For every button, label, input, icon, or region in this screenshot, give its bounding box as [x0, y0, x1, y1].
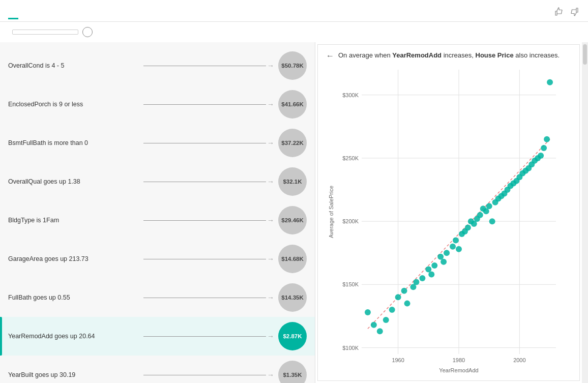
- svg-point-47: [489, 218, 495, 224]
- svg-point-65: [544, 136, 550, 142]
- influencer-line: →: [143, 216, 275, 224]
- value-bubble: $37.22K: [278, 129, 307, 157]
- svg-point-18: [371, 322, 377, 328]
- influencer-line: →: [143, 139, 275, 147]
- svg-point-17: [365, 309, 371, 315]
- value-bubble: $29.46K: [278, 206, 307, 234]
- value-bubble: $2.87K: [278, 322, 307, 350]
- svg-point-41: [471, 221, 477, 227]
- svg-point-31: [437, 254, 444, 260]
- influencer-item[interactable]: FullBath goes up 0.55→$14.35K: [0, 278, 315, 317]
- svg-text:$200K: $200K: [342, 218, 359, 224]
- svg-text:$100K: $100K: [342, 345, 359, 351]
- influencer-label: YearRemodAdd goes up 20.64: [8, 333, 139, 340]
- tab-key-influencers[interactable]: [8, 9, 18, 19]
- influencer-label: OverallCond is 4 - 5: [8, 62, 139, 69]
- chart-description: On average when YearRemodAdd increases, …: [338, 51, 560, 60]
- influencer-item[interactable]: YearBuilt goes up 30.19→$1.35K: [0, 356, 315, 383]
- svg-point-28: [425, 267, 431, 273]
- influencer-line: →: [143, 62, 275, 70]
- influencers-list: OverallCond is 4 - 5→$50.78KEnclosedPorc…: [0, 42, 315, 383]
- influencer-label: BldgType is 1Fam: [8, 217, 139, 224]
- svg-point-32: [440, 259, 447, 265]
- influencer-label: GarageArea goes up 213.73: [8, 255, 139, 262]
- influencer-item[interactable]: OverallQual goes up 1.38→$32.1K: [0, 162, 315, 201]
- svg-point-20: [383, 317, 389, 323]
- influencer-line: →: [143, 371, 275, 379]
- value-bubble: $14.68K: [278, 245, 307, 273]
- influencer-line: →: [143, 255, 275, 263]
- svg-point-29: [428, 271, 434, 277]
- influencer-item[interactable]: BldgType is 1Fam→$29.46K: [0, 201, 315, 240]
- thumbs-up-icon[interactable]: [553, 6, 565, 17]
- svg-text:$300K: $300K: [342, 92, 359, 98]
- influencer-item[interactable]: GarageArea goes up 213.73→$14.68K: [0, 240, 315, 278]
- help-icon[interactable]: [82, 27, 93, 37]
- influencer-item[interactable]: OverallCond is 4 - 5→$50.78K: [0, 46, 315, 85]
- svg-point-21: [389, 307, 395, 313]
- scrollbar[interactable]: [582, 42, 588, 383]
- svg-point-63: [538, 153, 544, 159]
- svg-text:$250K: $250K: [342, 155, 359, 161]
- scrollbar-thumb[interactable]: [583, 44, 587, 65]
- value-bubble: $14.35K: [278, 283, 307, 312]
- scatter-chart: $100K$150K$200K$250K$300K196019802000Ave…: [326, 65, 571, 376]
- influencer-label: FullBath goes up 0.55: [8, 294, 139, 301]
- svg-text:YearRemodAdd: YearRemodAdd: [439, 367, 478, 373]
- svg-point-23: [401, 288, 407, 294]
- tab-top-segments[interactable]: [22, 9, 33, 19]
- back-button[interactable]: ←: [326, 51, 334, 61]
- scatter-svg: $100K$150K$200K$250K$300K196019802000Ave…: [326, 65, 571, 374]
- svg-text:1960: 1960: [392, 357, 404, 363]
- svg-point-30: [431, 262, 437, 269]
- svg-point-25: [410, 284, 416, 290]
- svg-point-19: [377, 328, 383, 334]
- svg-point-35: [453, 237, 459, 243]
- influencer-label: YearBuilt goes up 30.19: [8, 371, 139, 378]
- influencer-line: →: [143, 332, 275, 340]
- svg-text:$150K: $150K: [342, 281, 359, 287]
- value-bubble: $32.1K: [278, 167, 307, 196]
- influencer-item[interactable]: EnclosedPorch is 9 or less→$41.66K: [0, 85, 315, 124]
- svg-point-27: [419, 275, 425, 281]
- influencer-line: →: [143, 100, 275, 108]
- chart-panel: ← On average when YearRemodAdd increases…: [317, 44, 580, 381]
- influencer-line: →: [143, 293, 275, 302]
- influencer-item[interactable]: YearRemodAdd goes up 20.64→$2.87K: [0, 317, 315, 356]
- influencer-label: OverallQual goes up 1.38: [8, 178, 139, 185]
- svg-point-36: [456, 246, 462, 252]
- influencer-label: EnclosedPorch is 9 or less: [8, 101, 139, 108]
- svg-point-26: [413, 279, 419, 285]
- influencer-item[interactable]: BsmtFullBath is more than 0→$37.22K: [0, 124, 315, 162]
- svg-point-22: [395, 294, 401, 300]
- increase-dropdown[interactable]: [12, 30, 78, 35]
- svg-point-34: [450, 244, 456, 250]
- svg-text:1980: 1980: [453, 357, 465, 363]
- influencer-label: BsmtFullBath is more than 0: [8, 139, 139, 146]
- svg-point-45: [483, 208, 489, 214]
- selected-indicator: [0, 317, 2, 356]
- svg-point-46: [486, 203, 492, 209]
- svg-text:Average of SalePrice: Average of SalePrice: [328, 186, 334, 238]
- svg-point-24: [404, 301, 410, 307]
- influencer-line: →: [143, 178, 275, 186]
- svg-point-33: [444, 250, 450, 256]
- value-bubble: $50.78K: [278, 51, 307, 80]
- thumbs-down-icon[interactable]: [569, 6, 580, 17]
- svg-point-43: [477, 212, 483, 218]
- value-bubble: $1.35K: [278, 361, 307, 383]
- svg-point-39: [465, 225, 471, 231]
- value-bubble: $41.66K: [278, 90, 307, 119]
- svg-point-64: [541, 145, 547, 151]
- svg-text:2000: 2000: [513, 357, 525, 363]
- svg-point-66: [547, 79, 553, 85]
